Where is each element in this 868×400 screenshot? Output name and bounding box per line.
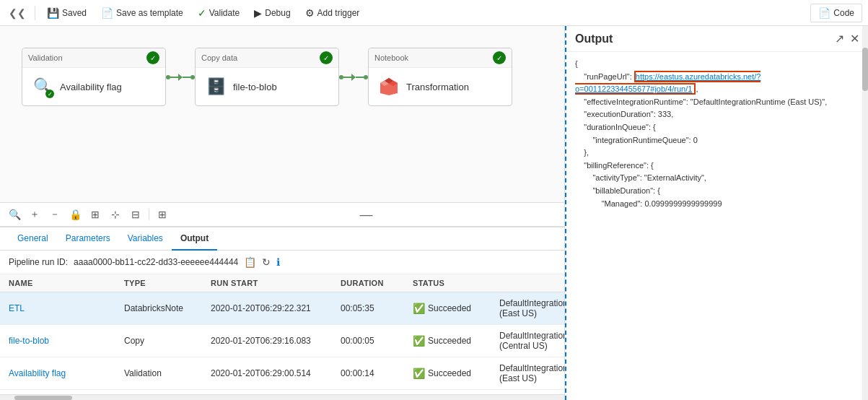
canvas-select-button[interactable]: ⊹ (107, 206, 124, 223)
canvas-dash: — (174, 208, 558, 221)
main-area: Validation ✓ 🔍 ✓ Availability flag (0, 26, 868, 400)
saved-label: Saved (62, 8, 87, 18)
tab-variables[interactable]: Variables (119, 227, 172, 251)
canvas-search-button[interactable]: 🔍 (6, 206, 23, 223)
output-panel: Output ↗ ✕ { "runPageUrl": https://eastu… (565, 26, 868, 400)
row-etl-type: DatabricksNote (124, 303, 211, 313)
activity-validation[interactable]: Validation ✓ 🔍 ✓ Availability flag (22, 48, 166, 106)
canvas-toolbar: 🔍 ＋ － 🔒 ⊞ ⊹ ⊟ ⊞ — (0, 202, 564, 227)
output-title: Output (575, 32, 613, 45)
saved-icon: 💾 (47, 7, 59, 19)
row-etl-runtime: DefaultIntegrationRuntime (East US) (499, 298, 564, 318)
canvas-add-button[interactable]: ＋ (26, 206, 43, 223)
row-blob-type: Copy (124, 336, 211, 346)
save-template-label: Save as template (116, 8, 183, 18)
table-row[interactable]: file-to-blob Copy 2020-01-20T06:29:16.08… (0, 325, 564, 357)
activity-copy-data[interactable]: Copy data ✓ 🗄️ file-to-blob (195, 48, 339, 106)
activity-validation-body: 🔍 ✓ Availability flag (22, 68, 165, 105)
tab-parameters[interactable]: Parameters (57, 227, 119, 251)
code-button[interactable]: 📄 Code (810, 4, 862, 22)
row-etl-status: ✅ Succeeded (413, 303, 499, 314)
add-trigger-button[interactable]: ⚙ Add trigger (299, 4, 366, 22)
activity-notebook-icon (377, 75, 400, 98)
validate-button[interactable]: ✓ Validate (192, 4, 245, 22)
output-line-9: "activityType": "ExternalActivity", (575, 172, 859, 185)
run-refresh-icon[interactable]: ↻ (262, 256, 271, 268)
save-template-icon: 📄 (101, 7, 113, 19)
chevron-left-icon[interactable]: ❮❮ (6, 4, 29, 22)
output-line-6: "integrationRuntimeQueue": 0 (575, 134, 859, 147)
activity-validation-icon: 🔍 ✓ (31, 75, 54, 98)
output-line-10: "billableDuration": { (575, 185, 859, 198)
row-avail-name[interactable]: Availability flag (9, 368, 124, 378)
activity-copy-data-header: Copy data ✓ (196, 48, 338, 68)
activity-notebook[interactable]: Notebook ✓ Transformation (368, 48, 512, 106)
activity-validation-header: Validation ✓ (22, 48, 165, 68)
toolbar-separator-1 (35, 6, 35, 20)
tabs-bar: General Parameters Variables Output (0, 227, 564, 251)
output-expand-button[interactable]: ↗ (835, 32, 844, 45)
output-scrollbar[interactable] (862, 26, 868, 400)
activity-notebook-header: Notebook ✓ (369, 48, 512, 68)
col-status: STATUS (413, 279, 499, 287)
row-blob-runtime: DefaultIntegrationRuntime (Central US) (499, 331, 564, 351)
activity-table: NAME TYPE RUN START DURATION STATUS ETL … (0, 274, 564, 394)
output-line-2: "runPageUrl": https://eastus.azuredatabr… (575, 71, 859, 96)
canvas-expand-button[interactable]: ⊟ (127, 206, 144, 223)
col-run-start: RUN START (211, 279, 341, 287)
status-success-icon-3: ✅ (413, 368, 425, 379)
row-avail-status-text: Succeeded (428, 368, 471, 378)
output-header: Output ↗ ✕ (566, 26, 868, 52)
row-etl-runstart: 2020-01-20T06:29:22.321 (211, 303, 341, 313)
save-template-button[interactable]: 📄 Save as template (95, 4, 189, 22)
activity-notebook-name: Transformation (406, 82, 469, 92)
activity-copy-data-body: 🗄️ file-to-blob (196, 68, 338, 105)
canvas-area: Validation ✓ 🔍 ✓ Availability flag (0, 26, 565, 400)
output-runpageurl-link[interactable]: https://eastus.azuredatabricks.net/?o=00… (575, 72, 760, 94)
row-etl-name[interactable]: ETL (9, 303, 124, 313)
output-line-8: "billingReference": { (575, 160, 859, 173)
code-label: Code (833, 8, 854, 18)
row-blob-status: ✅ Succeeded (413, 335, 499, 347)
canvas-lock-button[interactable]: 🔒 (66, 206, 84, 223)
tab-general[interactable]: General (9, 227, 57, 251)
horizontal-scrollbar[interactable] (0, 394, 564, 400)
row-avail-type: Validation (124, 368, 211, 378)
row-avail-status: ✅ Succeeded (413, 368, 499, 379)
run-id-copy-icon[interactable]: 📋 (244, 256, 256, 268)
tab-output[interactable]: Output (172, 227, 217, 251)
col-actions (499, 279, 557, 287)
pipeline-canvas[interactable]: Validation ✓ 🔍 ✓ Availability flag (0, 26, 564, 202)
output-close-button[interactable]: ✕ (850, 32, 859, 45)
canvas-remove-button[interactable]: － (46, 206, 63, 223)
code-icon: 📄 (818, 7, 830, 19)
activity-validation-type: Validation (28, 53, 63, 62)
canvas-group-button[interactable]: ⊞ (154, 206, 171, 223)
row-blob-runstart: 2020-01-20T06:29:16.083 (211, 336, 341, 346)
col-duration: DURATION (341, 279, 413, 287)
col-type: TYPE (124, 279, 211, 287)
activity-copy-data-success: ✓ (320, 51, 333, 64)
debug-button[interactable]: ▶ Debug (248, 4, 296, 22)
table-row[interactable]: ETL DatabricksNote 2020-01-20T06:29:22.3… (0, 292, 564, 325)
row-etl-status-text: Succeeded (428, 303, 471, 313)
row-blob-name[interactable]: file-to-blob (9, 336, 124, 346)
status-success-icon: ✅ (413, 303, 425, 314)
table-row[interactable]: Availability flag Validation 2020-01-20T… (0, 357, 564, 390)
run-info-icon[interactable]: ℹ (276, 256, 280, 268)
toolbar: ❮❮ 💾 Saved 📄 Save as template ✓ Validate… (0, 0, 868, 26)
hscrollbar-thumb[interactable] (14, 396, 72, 400)
connector-2 (339, 74, 368, 81)
bottom-panel: General Parameters Variables Output Pipe… (0, 227, 564, 400)
canvas-fit-button[interactable]: ⊞ (87, 206, 104, 223)
debug-label: Debug (265, 8, 290, 18)
validate-icon: ✓ (198, 7, 206, 19)
activity-validation-name: Availability flag (60, 82, 122, 92)
output-line-3: "effectiveIntegrationRuntime": "DefaultI… (575, 96, 859, 109)
output-runpageurl-highlighted: https://eastus.azuredatabricks.net/?o=00… (575, 71, 760, 95)
row-blob-status-text: Succeeded (428, 336, 471, 346)
saved-button[interactable]: 💾 Saved (41, 4, 92, 22)
run-id-label: Pipeline run ID: (9, 257, 68, 267)
output-line-11: "Managed": 0.0999999999999999 (575, 198, 859, 211)
scrollbar-thumb[interactable] (862, 48, 868, 91)
